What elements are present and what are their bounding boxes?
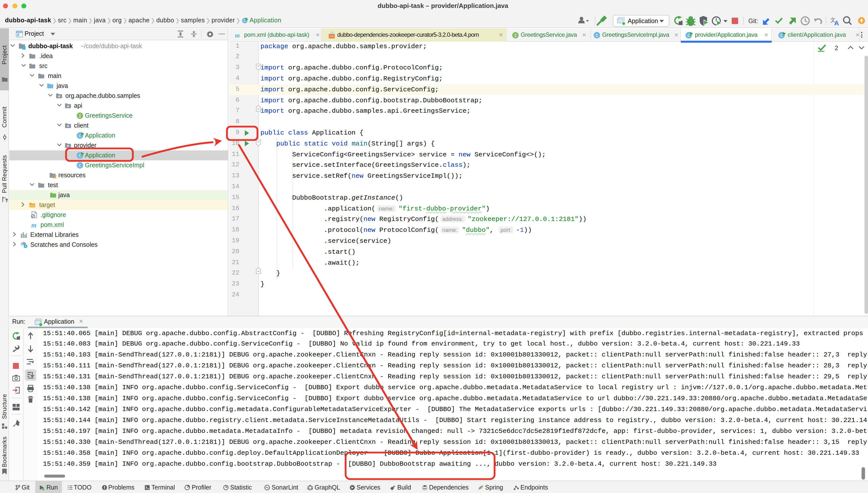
svg-text:Application: Application [628,17,658,24]
svg-text:Run: Run [46,484,58,491]
svg-text:C: C [596,33,598,38]
svg-text:Git: Git [22,484,29,491]
svg-text:Dependencies: Dependencies [429,484,469,491]
svg-text:C: C [79,153,81,158]
svg-text:2: 2 [834,44,838,51]
svg-text:I: I [79,113,81,119]
svg-text:TODO: TODO [74,484,92,491]
svg-text:m: m [31,221,37,228]
svg-text:Statistic: Statistic [230,484,252,491]
svg-text:Terminal: Terminal [151,484,175,491]
svg-text:I: I [514,33,516,38]
svg-text:C: C [79,133,81,138]
svg-text:Build: Build [397,484,411,491]
svg-text:Spring: Spring [485,484,503,491]
svg-text:GraphQL: GraphQL [315,484,340,491]
svg-text:Profiler: Profiler [192,484,211,491]
svg-text:Problems: Problems [108,484,134,491]
svg-text:C: C [780,33,783,38]
svg-text:SonarLint: SonarLint [272,484,298,491]
svg-text:Endpoints: Endpoints [521,484,548,491]
svg-text:C: C [687,33,690,38]
svg-text:<>: <> [329,35,334,39]
svg-text:C: C [79,163,81,168]
svg-text:Git:: Git: [748,17,758,24]
svg-text:Services: Services [357,484,380,491]
svg-text:m: m [235,32,239,39]
svg-text:A: A [834,19,839,27]
